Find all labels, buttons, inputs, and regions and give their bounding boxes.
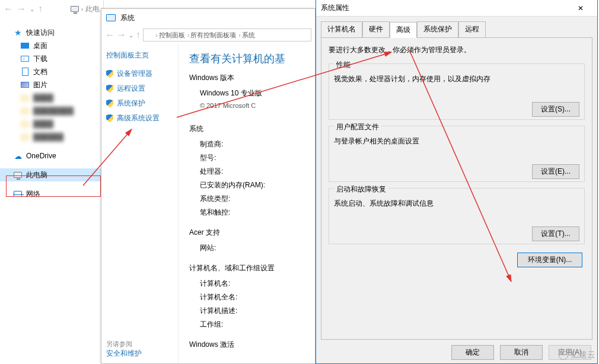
page-title: 查看有关计算机的基: [189, 52, 315, 66]
remote-label: 远程设置: [117, 84, 145, 94]
crumb-system[interactable]: 系统: [242, 31, 255, 40]
computer-fullname-label: 计算机全名:: [189, 290, 315, 304]
system-properties-dialog: 系统属性 ✕ 计算机名 硬件 高级 系统保护 远程 要进行大多数更改，你必须作为…: [316, 0, 598, 364]
tab-advanced[interactable]: 高级: [390, 22, 417, 38]
pictures-label: 图片: [33, 80, 47, 90]
profiles-settings-button[interactable]: 设置(E)...: [532, 164, 579, 179]
startup-desc: 系统启动、系统故障和调试信息: [334, 199, 579, 209]
startup-settings-button[interactable]: 设置(T)...: [532, 226, 579, 241]
sidebar-item-desktop[interactable]: 桌面: [0, 39, 103, 52]
device-manager-label: 设备管理器: [117, 69, 152, 79]
system-window: 系统 ← → ⌄ ↑ ›控制面板 ›所有控制面板项 ›系统 控制面板主页 设备管…: [101, 8, 316, 364]
folder-icon: [21, 95, 29, 101]
profiles-desc: 与登录帐户相关的桌面设置: [334, 136, 579, 146]
copyright: © 2017 Microsoft C: [189, 100, 315, 111]
performance-desc: 视觉效果，处理器计划，内存使用，以及虚拟内存: [334, 74, 579, 84]
sidebar-item-onedrive[interactable]: ☁OneDrive: [0, 149, 103, 162]
sidebar-item-downloads[interactable]: 下载: [0, 52, 103, 65]
chevron-right-icon: ›: [81, 6, 83, 12]
system-header: 系统: [189, 124, 315, 134]
environment-variables-button[interactable]: 环境变量(N)...: [517, 253, 582, 267]
link-security-maintenance[interactable]: 安全和维护: [106, 349, 142, 359]
ok-button[interactable]: 确定: [451, 345, 494, 360]
website-label: 网站:: [189, 241, 315, 255]
breadcrumb-this-pc: 此电: [85, 4, 100, 14]
system-main-panel: 查看有关计算机的基 Windows 版本 Windows 10 专业版 © 20…: [179, 43, 315, 363]
shield-icon: [106, 85, 113, 93]
link-system-protection[interactable]: 系统保护: [106, 96, 173, 111]
cloud-icon: ☁: [13, 151, 23, 161]
tab-hardware[interactable]: 硬件: [362, 21, 390, 37]
processor-label: 处理器:: [189, 165, 315, 178]
group-title-performance: 性能: [334, 60, 353, 70]
watermark-icon: ᵔᵔ: [559, 350, 568, 360]
tab-computer-name[interactable]: 计算机名: [321, 21, 362, 37]
tab-protection[interactable]: 系统保护: [417, 21, 458, 37]
quickaccess-label: 快速访问: [26, 28, 55, 38]
model-label: 型号:: [189, 151, 315, 165]
window-titlebar[interactable]: 系统: [101, 9, 315, 27]
performance-settings-button[interactable]: 设置(S)...: [532, 102, 579, 117]
link-advanced-settings[interactable]: 高级系统设置: [106, 111, 173, 126]
shield-icon: [106, 114, 113, 123]
tab-panel-advanced: 要进行大多数更改，你必须作为管理员登录。 性能 视觉效果，处理器计划，内存使用，…: [321, 37, 592, 340]
cancel-button[interactable]: 取消: [500, 345, 543, 360]
onedrive-label: OneDrive: [26, 152, 56, 160]
shield-icon: [106, 70, 113, 78]
sidebar-item-blurred[interactable]: ████: [0, 91, 103, 104]
chevron-right-icon: ›: [155, 31, 158, 39]
ram-label: 已安装的内存(RAM):: [189, 178, 315, 192]
document-icon: [22, 68, 28, 76]
sidebar-item-pictures[interactable]: 图片: [0, 78, 103, 91]
sidebar-item-blurred[interactable]: ██████: [0, 130, 103, 143]
back-icon[interactable]: ←: [4, 4, 13, 14]
sidebar-item-documents[interactable]: 文档: [0, 65, 103, 78]
crumb-all-items[interactable]: 所有控制面板项: [190, 31, 236, 40]
protection-label: 系统保护: [117, 98, 145, 108]
annotation-box-thispc: [6, 175, 101, 197]
forward-icon[interactable]: →: [17, 4, 26, 14]
link-remote-settings[interactable]: 远程设置: [106, 81, 173, 96]
desktop-label: 桌面: [33, 41, 47, 51]
pen-touch-label: 笔和触控:: [189, 206, 315, 219]
group-title-startup: 启动和故障恢复: [334, 184, 388, 194]
system-icon: [146, 33, 153, 38]
address-fragment[interactable]: › 此电: [71, 4, 100, 14]
chevron-right-icon: ›: [238, 31, 241, 39]
pc-icon: [71, 6, 79, 12]
manufacturer-label: 制造商:: [189, 138, 315, 151]
folder-icon: [21, 108, 29, 114]
link-device-manager[interactable]: 设备管理器: [106, 66, 173, 81]
up-icon[interactable]: ↑: [38, 4, 43, 14]
crumb-control-panel[interactable]: 控制面板: [159, 31, 185, 40]
pictures-icon: [21, 82, 29, 88]
history-chevron-icon[interactable]: ⌄: [129, 32, 133, 39]
group-title-profiles: 用户配置文件: [334, 122, 381, 132]
address-bar[interactable]: ›控制面板 ›所有控制面板项 ›系统: [143, 28, 311, 41]
history-chevron-icon[interactable]: ⌄: [30, 6, 34, 12]
dialog-title: 系统属性: [321, 3, 349, 13]
advanced-label: 高级系统设置: [117, 113, 160, 123]
close-button[interactable]: ✕: [569, 0, 592, 17]
computer-desc-label: 计算机描述:: [189, 304, 315, 318]
sidebar-item-blurred[interactable]: ████████: [0, 104, 103, 117]
folder-icon: [21, 134, 29, 141]
computer-name-header: 计算机名、域和工作组设置: [189, 263, 315, 273]
dialog-titlebar[interactable]: 系统属性 ✕: [316, 0, 597, 17]
explorer-toolbar: ← → ⌄ ↑ › 此电: [0, 0, 103, 18]
sidebar-item-blurred[interactable]: ████: [0, 117, 103, 130]
tab-remote[interactable]: 远程: [458, 21, 486, 37]
workgroup-label: 工作组:: [189, 318, 315, 331]
address-bar-row: ← → ⌄ ↑ ›控制面板 ›所有控制面板项 ›系统: [101, 27, 315, 43]
back-icon[interactable]: ←: [105, 30, 114, 40]
computer-name-label: 计算机名:: [189, 277, 315, 290]
group-performance: 性能 视觉效果，处理器计划，内存使用，以及虚拟内存 设置(S)...: [329, 63, 585, 120]
documents-label: 文档: [33, 67, 47, 77]
sidebar-item-quickaccess[interactable]: ★快速访问: [0, 26, 103, 39]
group-user-profiles: 用户配置文件 与登录帐户相关的桌面设置 设置(E)...: [329, 126, 585, 182]
up-icon[interactable]: ↑: [136, 30, 141, 40]
control-panel-sidebar: 控制面板主页 设备管理器 远程设置 系统保护 高级系统设置 另请参阅 安全和维护: [101, 43, 179, 363]
sidebar-header: 控制面板主页: [106, 50, 173, 60]
forward-icon[interactable]: →: [117, 30, 126, 40]
window-title: 系统: [120, 13, 135, 23]
